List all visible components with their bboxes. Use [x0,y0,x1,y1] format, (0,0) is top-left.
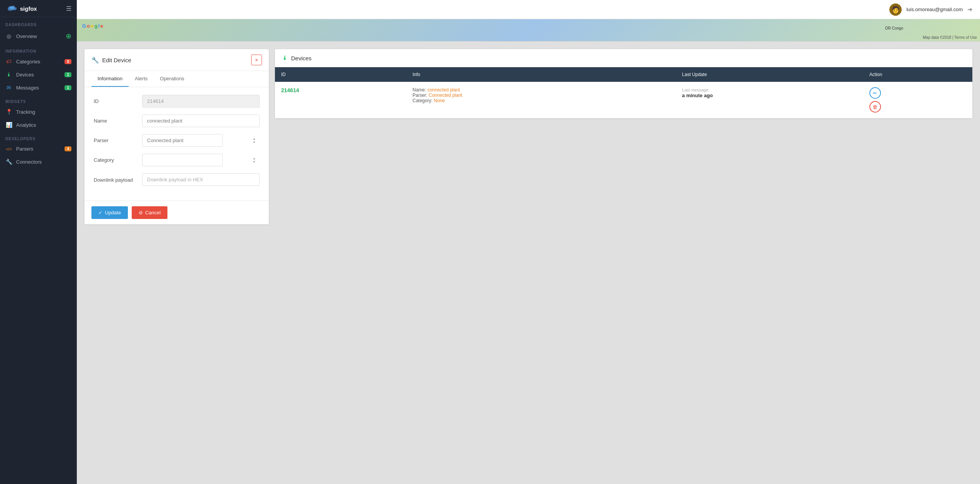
devices-panel-header: 🌡 Devices [275,49,972,67]
tabs-row: Information Alerts Operations [84,71,269,87]
edit-device-button[interactable]: ✏ [869,87,881,99]
sidebar-analytics-label: Analytics [16,122,71,128]
messages-icon: ✉ [5,85,12,91]
device-action-cell: ✏ 🗑 [863,82,972,118]
categories-badge: 0 [65,59,71,64]
main-area: 🧑 luis.omoreau@gmail.com ➜ G o o g l e D… [77,0,980,484]
sidebar-messages-label: Messages [16,85,61,91]
user-email: luis.omoreau@gmail.com [906,7,963,12]
checkmark-icon: ✓ [98,210,103,215]
sidebar-item-categories[interactable]: 🏷 Categories 0 [0,55,77,68]
col-last-update: Last Update [676,67,863,82]
category-info-label: Category: [412,98,432,103]
devices-thermo-icon: 🌡 [282,55,288,61]
sidebar-overview-label: Overview [16,33,62,39]
category-input[interactable] [142,154,223,166]
content-area: G o o g l e DR Congo Map data ©2018 | Te… [77,19,980,484]
parser-info-label: Parser: [412,93,427,98]
id-input[interactable] [142,95,260,108]
sidebar-parsers-label: Parsers [16,146,61,152]
edit-device-footer: ✓ Update ⊘ Cancel [84,201,269,224]
topbar: 🧑 luis.omoreau@gmail.com ➜ [77,0,980,19]
close-edit-button[interactable]: × [251,55,262,65]
parser-label: Parser [94,138,136,143]
sidebar-item-connectors[interactable]: 🔧 Connectors [0,155,77,168]
dr-congo-label: DR Congo [885,26,903,30]
page-content: G o o g l e DR Congo Map data ©2018 | Te… [77,19,980,484]
hamburger-icon[interactable]: ☰ [66,5,71,12]
sidebar-header: sigfox ☰ [0,0,77,17]
parsers-icon: </> [5,147,12,151]
sidebar-item-devices[interactable]: 🌡 Devices 1 [0,68,77,81]
map-terms: Map data ©2018 | Terms of Use [923,35,977,40]
cancel-icon: ⊘ [139,210,143,215]
category-info-value: None [434,98,445,103]
action-buttons: ✏ 🗑 [869,87,966,113]
sidebar-connectors-label: Connectors [16,159,71,165]
sidebar-categories-label: Categories [16,59,61,65]
form-row-downlink: Downlink payload [94,173,260,186]
id-label: ID [94,98,136,104]
device-id-cell: 214614 [275,82,406,118]
tab-alerts[interactable]: Alerts [129,71,154,87]
form-body: ID Name Parser ▲ [84,87,269,201]
devices-icon: 🌡 [5,71,12,78]
parser-info-value: Connected plant [429,93,462,98]
cancel-button[interactable]: ⊘ Cancel [132,206,167,219]
sidebar-item-overview[interactable]: ◎ Overview ⊕ [0,28,77,44]
tab-operations[interactable]: Operations [154,71,190,87]
categories-icon: 🏷 [5,58,12,65]
sidebar-item-analytics[interactable]: 📊 Analytics [0,118,77,131]
delete-device-button[interactable]: 🗑 [869,101,881,113]
sidebar-devices-label: Devices [16,72,61,78]
category-arrows: ▲ ▼ [253,157,256,163]
category-label: Category [94,157,136,163]
form-row-category: Category ▲ ▼ [94,154,260,166]
parser-input[interactable] [142,134,223,147]
map-strip: G o o g l e DR Congo Map data ©2018 | Te… [77,19,980,41]
parser-arrows: ▲ ▼ [253,137,256,144]
widgets-section-label: WIDGETS [0,94,77,105]
add-dashboard-icon[interactable]: ⊕ [66,32,71,40]
downlink-input[interactable] [142,173,260,186]
table-row: 214614 Name: connected plant Parser: Con… [275,82,972,118]
update-button[interactable]: ✓ Update [91,206,128,219]
devices-panel: 🌡 Devices ID Info Last Update Action [275,49,972,118]
last-update-info: Last message: a minute ago [682,87,857,98]
panels-row: 🔧 Edit Device × Information Alerts Opera… [77,41,980,232]
overview-icon: ◎ [5,33,12,39]
edit-device-panel: 🔧 Edit Device × Information Alerts Opera… [84,49,269,224]
name-input[interactable] [142,114,260,127]
devices-badge: 1 [65,72,71,77]
device-last-update-cell: Last message: a minute ago [676,82,863,118]
sidebar-item-parsers[interactable]: </> Parsers 4 [0,143,77,155]
parser-select-wrapper: ▲ ▼ [142,134,260,147]
name-label: Name [94,118,136,124]
table-header-row: ID Info Last Update Action [275,67,972,82]
device-info-cell: Name: connected plant Parser: Connected … [406,82,676,118]
form-row-id: ID [94,95,260,108]
col-id: ID [275,67,406,82]
edit-device-title: 🔧 Edit Device [91,56,131,64]
messages-badge: 1 [65,85,71,90]
sidebar-item-messages[interactable]: ✉ Messages 1 [0,81,77,94]
col-info: Info [406,67,676,82]
wrench-icon: 🔧 [91,56,99,64]
device-id-link[interactable]: 214614 [281,87,299,93]
google-logo: G o o g l e [82,23,103,29]
logout-icon[interactable]: ➜ [967,6,972,13]
information-section-label: INFORMATION [0,44,77,55]
edit-device-label: Edit Device [102,57,131,63]
sidebar: sigfox ☰ DASHBOARDS ◎ Overview ⊕ INFORMA… [0,0,77,484]
tab-information[interactable]: Information [91,71,129,87]
devices-table: ID Info Last Update Action 214614 [275,67,972,118]
col-action: Action [863,67,972,82]
sidebar-item-tracking[interactable]: 📍 Tracking [0,105,77,118]
form-row-parser: Parser ▲ ▼ [94,134,260,147]
name-info-label: Name: [412,87,426,93]
category-select-wrapper: ▲ ▼ [142,154,260,166]
app-name: sigfox [20,5,37,12]
dashboards-section-label: DASHBOARDS [0,17,77,28]
name-info-value: connected plant [427,87,460,93]
logo-area: sigfox [5,4,37,13]
